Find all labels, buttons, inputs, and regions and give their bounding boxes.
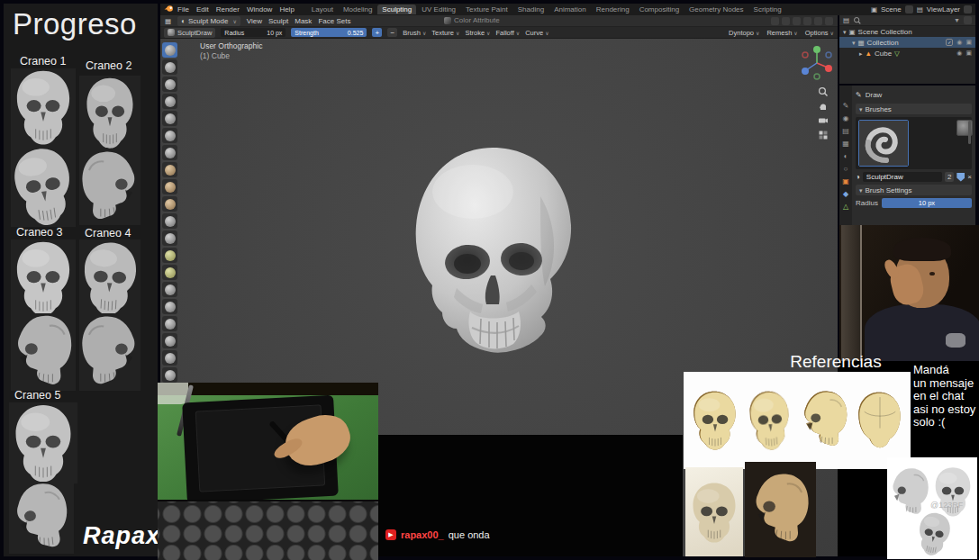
radius-slider[interactable]: 10 px	[882, 198, 972, 208]
tool-tab-icon[interactable]: ✎	[843, 102, 849, 110]
menu-mask[interactable]: Mask	[295, 17, 312, 25]
filter-icon[interactable]: ▼	[954, 17, 960, 23]
brush-blob-icon[interactable]	[162, 162, 177, 177]
render-tab-icon[interactable]: ◉	[843, 114, 849, 122]
brush-inflate-icon[interactable]	[162, 145, 177, 160]
menu-help[interactable]: Help	[279, 5, 294, 14]
brush-draw-icon[interactable]	[162, 42, 177, 58]
brush-multiplane-icon[interactable]	[162, 265, 177, 280]
direction-subtract-button[interactable]: −	[387, 28, 397, 37]
brush-draw-sharp-icon[interactable]	[162, 59, 177, 75]
brush-clay-strips-icon[interactable]	[162, 94, 177, 109]
menu-file[interactable]: File	[177, 5, 189, 14]
menu-view[interactable]: View	[247, 17, 262, 25]
remesh-dropdown[interactable]: Remesh	[766, 29, 797, 37]
outliner-collection-row[interactable]: ▦ Collection ◉▣	[839, 37, 975, 48]
sculpted-skull-model[interactable]	[405, 142, 585, 357]
hide-icon[interactable]: ◉	[956, 50, 962, 57]
falloff-dropdown[interactable]: Falloff	[495, 29, 520, 37]
outliner-options-icon[interactable]	[964, 16, 972, 24]
active-brush-button[interactable]: SculptDraw	[164, 28, 215, 38]
brush-settings-section-header[interactable]: Brush Settings	[856, 185, 972, 195]
tab-uv-editing[interactable]: UV Editing	[417, 5, 460, 14]
brush-clay-thumb-icon[interactable]	[162, 111, 177, 126]
outliner-editor-icon[interactable]: ▤	[843, 16, 849, 24]
proportional-edit-icon[interactable]	[771, 17, 779, 25]
blender-logo-icon[interactable]	[164, 5, 174, 14]
object-tab-icon[interactable]: ▣	[842, 177, 849, 185]
outliner-scene-collection-row[interactable]: ▣ Scene Collection	[839, 26, 975, 37]
tab-compositing[interactable]: Compositing	[635, 5, 684, 14]
options-dropdown[interactable]: Options	[805, 29, 834, 37]
brush-flatten-icon[interactable]	[162, 213, 177, 229]
strength-slider[interactable]: Strength0.525	[291, 28, 367, 37]
data-tab-icon[interactable]: △	[843, 203, 848, 211]
xray-toggle-icon[interactable]	[814, 17, 822, 25]
menu-edit[interactable]: Edit	[196, 5, 209, 14]
tab-rendering[interactable]: Rendering	[592, 5, 634, 14]
hide-viewport-icon[interactable]: ◉	[956, 39, 962, 46]
menu-sculpt[interactable]: Sculpt	[268, 17, 288, 25]
gizmos-toggle-icon[interactable]	[793, 17, 801, 25]
unlink-icon[interactable]: ×	[967, 173, 972, 181]
expand-icon[interactable]	[843, 28, 847, 36]
tab-scripting[interactable]: Scripting	[749, 5, 786, 14]
brush-layer-icon[interactable]	[162, 128, 177, 143]
menu-face-sets[interactable]: Face Sets	[318, 17, 350, 25]
outliner-cube-row[interactable]: ▲ Cube ▽ ◉▣	[839, 48, 975, 59]
move-hand-icon[interactable]	[818, 101, 829, 112]
brush-name-field[interactable]: SculptDraw	[863, 172, 942, 182]
output-tab-icon[interactable]: ▤	[842, 127, 849, 135]
brush-clay-icon[interactable]	[162, 77, 177, 92]
brush-smooth-icon[interactable]	[162, 196, 177, 212]
fake-user-shield-icon[interactable]	[956, 173, 965, 182]
navigation-gizmo[interactable]	[797, 43, 837, 83]
shading-mode-icon[interactable]	[825, 17, 833, 25]
disable-render-icon[interactable]: ▣	[965, 39, 972, 46]
new-scene-icon[interactable]	[905, 5, 913, 14]
camera-view-icon[interactable]	[818, 115, 829, 126]
brush-thumbnail-sculptdraw[interactable]	[858, 120, 909, 167]
editor-type-icon[interactable]: ▦	[165, 17, 171, 25]
snap-magnet-icon[interactable]	[782, 17, 790, 25]
tab-layout[interactable]: Layout	[307, 5, 338, 14]
direction-add-button[interactable]: +	[372, 28, 382, 37]
render-visibility-icon[interactable]: ▣	[965, 50, 972, 57]
overlays-toggle-icon[interactable]	[803, 17, 811, 25]
zoom-icon[interactable]	[818, 86, 829, 97]
scene-tab-icon[interactable]: ◐	[844, 152, 848, 160]
curve-dropdown[interactable]: Curve	[525, 29, 548, 37]
brush-elastic-icon[interactable]	[162, 316, 177, 331]
expand-icon[interactable]	[859, 50, 863, 58]
tab-animation[interactable]: Animation	[549, 5, 591, 14]
new-viewlayer-icon[interactable]	[964, 5, 972, 14]
scene-selector[interactable]: Scene	[881, 5, 902, 14]
expand-icon[interactable]	[852, 39, 856, 47]
brush-users-count[interactable]: 2	[945, 172, 954, 182]
viewlayer-selector[interactable]: ViewLayer	[927, 5, 960, 14]
brush-grab-icon[interactable]	[162, 299, 177, 314]
shelf-scrollbar[interactable]	[968, 121, 971, 144]
dyntopo-dropdown[interactable]: Dyntopo	[729, 29, 759, 37]
modifier-tab-icon[interactable]: ◆	[843, 190, 848, 198]
search-icon[interactable]	[853, 16, 862, 25]
world-tab-icon[interactable]: ○	[844, 165, 848, 173]
brush-snake-hook-icon[interactable]	[162, 333, 177, 348]
tab-modeling[interactable]: Modeling	[339, 5, 376, 14]
tab-sculpting[interactable]: Sculpting	[377, 5, 416, 14]
brushes-section-header[interactable]: Brushes	[856, 104, 972, 114]
brush-scrape-icon[interactable]	[162, 248, 177, 263]
brush-fill-icon[interactable]	[162, 230, 177, 246]
tab-geometry-nodes[interactable]: Geometry Nodes	[684, 5, 748, 14]
brush-crease-icon[interactable]	[162, 179, 177, 194]
menu-window[interactable]: Window	[247, 5, 272, 14]
brush-pose-icon[interactable]	[162, 367, 177, 383]
tab-texture-paint[interactable]: Texture Paint	[461, 5, 512, 14]
viewlayer-tab-icon[interactable]: ▦	[842, 140, 849, 148]
tab-shading[interactable]: Shading	[513, 5, 548, 14]
brush-thumb-icon[interactable]	[162, 350, 177, 366]
stroke-dropdown[interactable]: Stroke	[465, 29, 490, 37]
mode-selector[interactable]: ◐ Sculpt Mode	[177, 16, 240, 26]
ortho-grid-icon[interactable]	[818, 130, 829, 140]
checkbox-icon[interactable]	[946, 39, 953, 46]
